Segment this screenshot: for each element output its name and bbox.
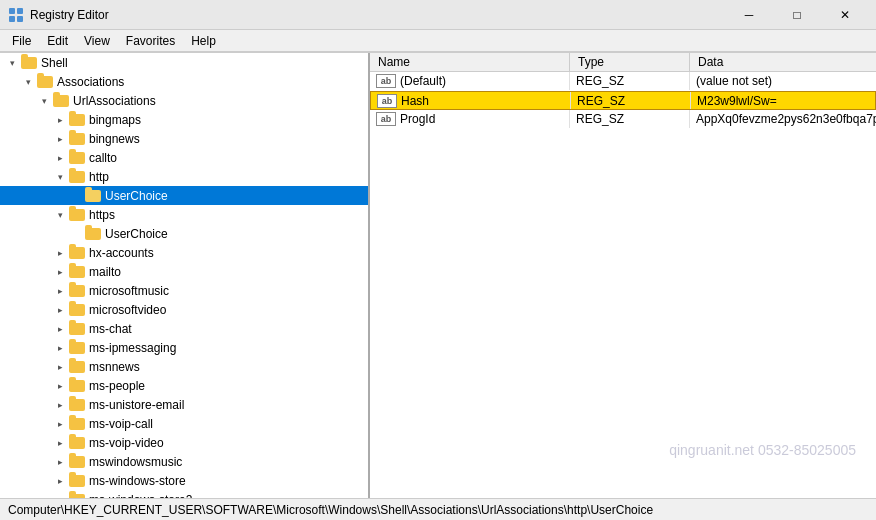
expand-icon[interactable] bbox=[52, 286, 68, 296]
tree-item-microsoftvideo[interactable]: microsoftvideo bbox=[0, 300, 368, 319]
tree-item-label: Shell bbox=[41, 56, 68, 70]
cell-type: REG_SZ bbox=[570, 72, 690, 90]
folder-icon bbox=[68, 341, 86, 355]
tree-panel[interactable]: ShellAssociationsUrlAssociationsbingmaps… bbox=[0, 53, 370, 498]
tree-item-ms-ipmessaging[interactable]: ms-ipmessaging bbox=[0, 338, 368, 357]
tree-item-msnnews[interactable]: msnnews bbox=[0, 357, 368, 376]
svg-rect-0 bbox=[9, 8, 15, 14]
tree-item-https[interactable]: https bbox=[0, 205, 368, 224]
expand-icon[interactable] bbox=[52, 362, 68, 372]
table-row[interactable]: abHashREG_SZM23w9lwl/Sw= bbox=[370, 91, 876, 110]
tree-item-label: microsoftvideo bbox=[89, 303, 166, 317]
expand-icon[interactable] bbox=[52, 476, 68, 486]
expand-icon[interactable] bbox=[52, 381, 68, 391]
folder-icon bbox=[68, 379, 86, 393]
registry-table[interactable]: Name Type Data ab(Default)REG_SZ(value n… bbox=[370, 53, 876, 498]
tree-item-associations[interactable]: Associations bbox=[0, 72, 368, 91]
folder-icon bbox=[68, 398, 86, 412]
tree-item-userchoice[interactable]: UserChoice bbox=[0, 186, 368, 205]
svg-rect-2 bbox=[9, 16, 15, 22]
expand-icon[interactable] bbox=[52, 153, 68, 163]
table-header: Name Type Data bbox=[370, 53, 876, 72]
expand-icon[interactable] bbox=[20, 77, 36, 87]
tree-item-label: ms-ipmessaging bbox=[89, 341, 176, 355]
tree-item-ms-people[interactable]: ms-people bbox=[0, 376, 368, 395]
expand-icon[interactable] bbox=[52, 343, 68, 353]
expand-icon[interactable] bbox=[52, 495, 68, 499]
reg-type-icon: ab bbox=[377, 94, 397, 108]
tree-item-mswindowsmusic[interactable]: mswindowsmusic bbox=[0, 452, 368, 471]
menu-bar: File Edit View Favorites Help bbox=[0, 30, 876, 52]
expand-icon[interactable] bbox=[4, 58, 20, 68]
table-row[interactable]: ab(Default)REG_SZ(value not set) bbox=[370, 72, 876, 91]
folder-icon bbox=[68, 265, 86, 279]
tree-item-ms-voip-call[interactable]: ms-voip-call bbox=[0, 414, 368, 433]
tree-item-label: callto bbox=[89, 151, 117, 165]
close-button[interactable]: ✕ bbox=[822, 0, 868, 30]
col-data[interactable]: Data bbox=[690, 53, 876, 71]
tree-item-shell[interactable]: Shell bbox=[0, 53, 368, 72]
tree-item-label: ms-unistore-email bbox=[89, 398, 184, 412]
tree-item-label: ms-voip-call bbox=[89, 417, 153, 431]
expand-icon[interactable] bbox=[52, 457, 68, 467]
tree-item-label: ms-chat bbox=[89, 322, 132, 336]
minimize-button[interactable]: ─ bbox=[726, 0, 772, 30]
table-row[interactable]: abProgIdREG_SZAppXq0fevzme2pys62n3e0fbqa… bbox=[370, 110, 876, 129]
reg-type-icon: ab bbox=[376, 112, 396, 126]
expand-icon[interactable] bbox=[52, 134, 68, 144]
menu-help[interactable]: Help bbox=[183, 32, 224, 50]
tree-item-bingmaps[interactable]: bingmaps bbox=[0, 110, 368, 129]
tree-item-userchoice2[interactable]: UserChoice bbox=[0, 224, 368, 243]
folder-icon bbox=[68, 284, 86, 298]
tree-item-ms-chat[interactable]: ms-chat bbox=[0, 319, 368, 338]
folder-icon bbox=[68, 322, 86, 336]
tree-item-label: UserChoice bbox=[105, 227, 168, 241]
expand-icon[interactable] bbox=[52, 172, 68, 182]
cell-data: AppXq0fevzme2pys62n3e0fbqa7peapyki bbox=[690, 110, 876, 128]
col-type[interactable]: Type bbox=[570, 53, 690, 71]
folder-icon bbox=[68, 474, 86, 488]
tree-item-callto[interactable]: callto bbox=[0, 148, 368, 167]
tree-item-http[interactable]: http bbox=[0, 167, 368, 186]
folder-icon bbox=[68, 170, 86, 184]
tree-item-ms-voip-video[interactable]: ms-voip-video bbox=[0, 433, 368, 452]
expand-icon[interactable] bbox=[52, 419, 68, 429]
maximize-button[interactable]: □ bbox=[774, 0, 820, 30]
expand-icon[interactable] bbox=[52, 400, 68, 410]
menu-file[interactable]: File bbox=[4, 32, 39, 50]
menu-view[interactable]: View bbox=[76, 32, 118, 50]
folder-icon bbox=[68, 113, 86, 127]
title-bar: Registry Editor ─ □ ✕ bbox=[0, 0, 876, 30]
cell-name-text: ProgId bbox=[400, 112, 435, 126]
expand-icon[interactable] bbox=[52, 210, 68, 220]
expand-icon[interactable] bbox=[52, 248, 68, 258]
tree-item-mailto[interactable]: mailto bbox=[0, 262, 368, 281]
expand-icon[interactable] bbox=[36, 96, 52, 106]
folder-icon bbox=[68, 417, 86, 431]
expand-icon[interactable] bbox=[52, 438, 68, 448]
cell-type: REG_SZ bbox=[570, 110, 690, 128]
tree-item-microsoftmusic[interactable]: microsoftmusic bbox=[0, 281, 368, 300]
menu-edit[interactable]: Edit bbox=[39, 32, 76, 50]
reg-type-icon: ab bbox=[376, 74, 396, 88]
tree-item-urlassociations[interactable]: UrlAssociations bbox=[0, 91, 368, 110]
tree-item-ms-windows-store[interactable]: ms-windows-store bbox=[0, 471, 368, 490]
tree-item-bingnews[interactable]: bingnews bbox=[0, 129, 368, 148]
folder-icon bbox=[68, 132, 86, 146]
expand-icon[interactable] bbox=[52, 115, 68, 125]
tree-item-label: ms-people bbox=[89, 379, 145, 393]
expand-icon[interactable] bbox=[52, 305, 68, 315]
menu-favorites[interactable]: Favorites bbox=[118, 32, 183, 50]
folder-icon bbox=[52, 94, 70, 108]
tree-item-hx-accounts[interactable]: hx-accounts bbox=[0, 243, 368, 262]
folder-icon bbox=[84, 227, 102, 241]
expand-icon[interactable] bbox=[52, 324, 68, 334]
folder-icon bbox=[84, 189, 102, 203]
cell-name: ab(Default) bbox=[370, 72, 570, 90]
app-icon bbox=[8, 7, 24, 23]
tree-item-label: Associations bbox=[57, 75, 124, 89]
expand-icon[interactable] bbox=[52, 267, 68, 277]
tree-item-ms-unistore-email[interactable]: ms-unistore-email bbox=[0, 395, 368, 414]
tree-item-ms-windows-store2[interactable]: ms-windows-store2 bbox=[0, 490, 368, 498]
col-name[interactable]: Name bbox=[370, 53, 570, 71]
